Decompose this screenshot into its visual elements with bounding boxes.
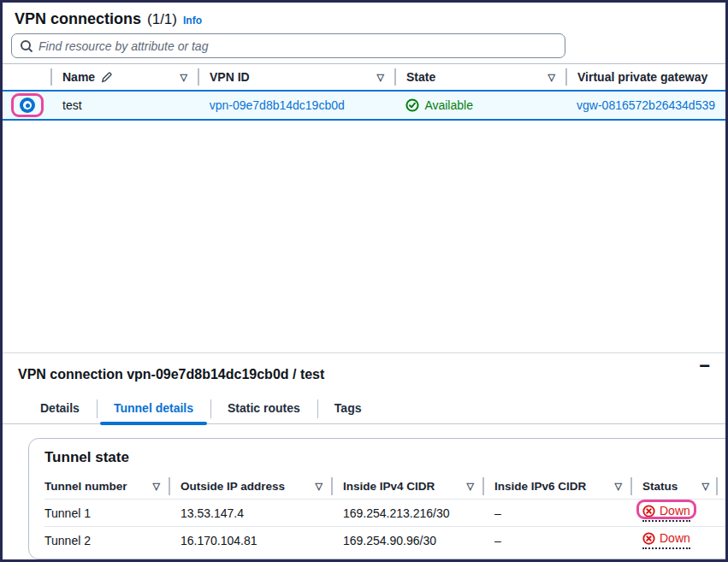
header-status-label: Status [642,480,678,493]
header-virtual-private-gateway[interactable]: Virtual private gateway [565,64,725,90]
column-divider [482,477,484,495]
sort-icon[interactable]: ▽ [316,481,323,492]
header-inside-ipv4-label: Inside IPv4 CIDR [343,480,435,493]
edit-pencil-icon [100,71,113,84]
page-title: VPN connections [15,10,141,28]
state-label: Available [424,98,473,112]
vgw-link[interactable]: vgw-0816572b26434d539 [577,98,715,112]
sort-icon[interactable]: ▽ [377,72,384,83]
cell-tunnel-number: Tunnel 1 [44,506,169,520]
vpn-id-link[interactable]: vpn-09e7d8b14dc19cb0d [210,98,345,112]
search-box[interactable] [11,33,565,58]
header-status[interactable]: Status ▽ [630,474,718,499]
status-label: Down [660,504,690,518]
header-name-label: Name [62,70,95,84]
details-panel: VPN connection vpn-09e7d8b14dc19cb0d / t… [3,353,725,559]
table-row-selected[interactable]: test vpn-09e7d8b14dc19cb0d Available vgw… [3,90,725,121]
tab-details[interactable]: Details [23,394,97,423]
cell-name: test [50,98,198,112]
details-tabs: Details Tunnel details Static routes Tag… [3,394,725,424]
resource-count: (1/1) [147,11,177,28]
tunnel-state-title: Tunnel state [44,449,728,466]
cell-outside-ip: 16.170.104.81 [169,534,331,547]
search-icon [20,39,33,53]
header-state[interactable]: State ▽ [394,64,565,90]
column-divider [394,68,396,86]
header-tunnel-number-label: Tunnel number [44,480,127,493]
cell-outside-ip: 13.53.147.4 [169,506,331,520]
column-divider [198,68,199,86]
cell-virtual-private-gateway: vgw-0816572b26434d539 [565,98,725,112]
status-ok-icon [405,98,419,112]
header-vgw-label: Virtual private gateway [577,70,707,84]
tunnel-row-2: Tunnel 2 16.170.104.81 169.254.90.96/30 … [44,526,728,553]
vpn-connections-screen: VPN connections (1/1) Info Name [0,0,728,562]
column-divider [630,477,632,495]
info-link[interactable]: Info [183,15,202,27]
row-selection-cell [3,93,50,117]
annotation-highlight [11,93,44,117]
tunnel-state-card: Tunnel state Tunnel number ▽ Outside IP … [28,438,728,559]
header-state-label: State [406,70,435,84]
status-error-icon [642,532,655,545]
header-vpn-id[interactable]: VPN ID ▽ [198,64,394,90]
minimize-panel-button[interactable]: − [699,357,710,376]
search-input[interactable] [38,34,557,57]
header-vpn-id-label: VPN ID [210,70,250,84]
sort-icon[interactable]: ▽ [181,72,187,83]
tunnel-status-down-badge[interactable]: Down [642,531,690,549]
header-outside-ip-label: Outside IP address [181,480,285,493]
table-header-row: Name ▽ VPN ID ▽ State ▽ Virtual private [3,63,725,90]
cell-tunnel-number: Tunnel 2 [44,534,169,547]
header-inside-ipv6[interactable]: Inside IPv6 CIDR ▽ [482,474,630,499]
details-panel-title: VPN connection vpn-09e7d8b14dc19cb0d / t… [18,367,324,382]
sort-icon[interactable]: ▽ [615,481,622,492]
status-error-icon [642,505,655,518]
state-available-badge: Available [405,98,473,112]
empty-table-area [3,121,725,352]
search-row [3,32,725,63]
header-selection-column [3,64,50,90]
sort-icon[interactable]: ▽ [548,72,555,83]
column-divider [331,477,333,495]
card-bottom-padding [44,553,728,559]
header-tunnel-number[interactable]: Tunnel number ▽ [44,474,169,499]
sort-icon[interactable]: ▽ [467,481,474,492]
cell-status: Down [630,531,718,549]
cell-inside-ipv4: 169.254.90.96/30 [331,534,482,547]
cell-inside-ipv4: 169.254.213.216/30 [331,506,482,520]
column-divider [169,477,170,495]
cell-inside-ipv6: – [482,534,630,547]
cell-state: Available [394,98,565,112]
row-radio-button[interactable] [20,98,35,113]
header-name[interactable]: Name ▽ [50,64,198,90]
cell-vpn-id: vpn-09e7d8b14dc19cb0d [198,98,394,112]
cell-inside-ipv6: – [482,506,630,520]
vpn-connections-table: Name ▽ VPN ID ▽ State ▽ Virtual private [3,63,725,121]
tunnel-status-down-badge[interactable]: Down [642,504,690,522]
column-divider [565,68,567,86]
tab-tunnel-details[interactable]: Tunnel details [97,394,210,423]
header-inside-ipv4[interactable]: Inside IPv4 CIDR ▽ [331,474,482,499]
header-outside-ip[interactable]: Outside IP address ▽ [169,474,331,499]
tunnel-table-header-row: Tunnel number ▽ Outside IP address ▽ Ins… [44,474,728,499]
sort-icon[interactable]: ▽ [153,481,160,492]
column-divider [50,68,52,86]
tab-tags[interactable]: Tags [317,394,379,423]
details-panel-header: VPN connection vpn-09e7d8b14dc19cb0d / t… [3,353,725,382]
tab-static-routes[interactable]: Static routes [210,394,317,423]
status-label: Down [660,531,690,545]
header-inside-ipv6-label: Inside IPv6 CIDR [494,480,586,493]
cell-status: Down [630,504,718,522]
sort-icon[interactable]: ▽ [702,481,709,492]
page-header: VPN connections (1/1) Info [3,3,725,32]
tunnel-row-1: Tunnel 1 13.53.147.4 169.254.213.216/30 … [44,499,728,526]
